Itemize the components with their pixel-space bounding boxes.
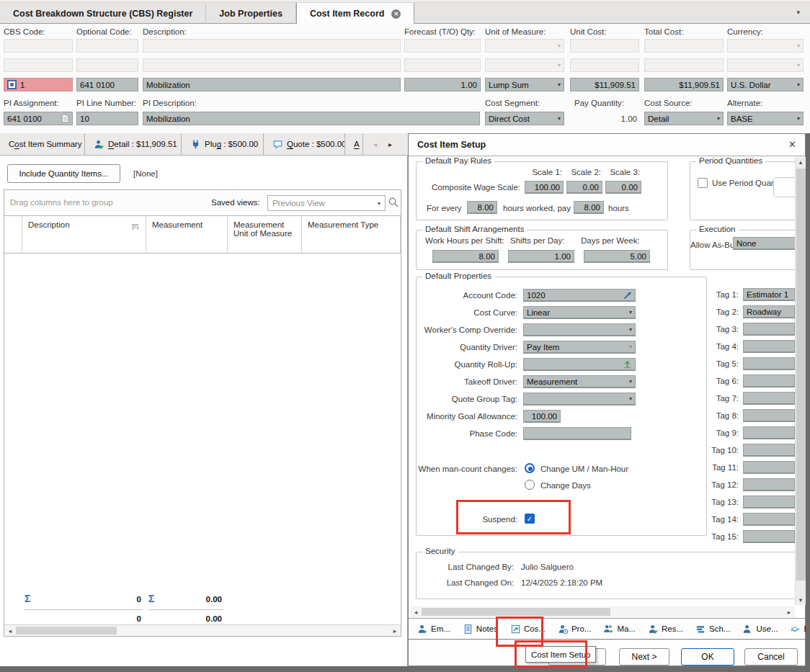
description-row1[interactable] [143, 39, 401, 53]
tag-7-field[interactable] [743, 392, 795, 405]
scrollbar-thumb[interactable] [422, 608, 610, 616]
sort-icon[interactable] [130, 222, 140, 231]
tag-4-field[interactable] [743, 340, 795, 353]
quantity-rollup-field[interactable] [523, 358, 636, 371]
pi-line-number-field[interactable]: 10 [76, 112, 138, 125]
bottom-tab-production[interactable]: Pro... [558, 624, 591, 635]
bottom-tab-schedule[interactable]: Sch... [695, 624, 730, 635]
days-per-week-field[interactable]: 5.00 [584, 250, 650, 263]
close-tab-icon[interactable]: ✕ [391, 9, 401, 19]
description-field[interactable]: Mobilization [143, 78, 401, 91]
takeoff-driver-dropdown[interactable]: Measurement▾ [523, 375, 636, 388]
bottom-tab-user[interactable]: Use... [742, 624, 778, 635]
search-icon[interactable] [388, 197, 399, 208]
cbs-code-field[interactable]: 1 [4, 78, 73, 91]
tag-2-field[interactable]: Roadway [743, 305, 795, 318]
tag-6-field[interactable] [743, 375, 795, 387]
group-by-bar[interactable]: Drag columns here to group Saved views: … [4, 190, 401, 216]
scrollbar-thumb[interactable] [796, 169, 806, 581]
unit-of-measure-dropdown[interactable]: Lump Sum▾ [485, 78, 564, 91]
account-code-field[interactable]: 1020 [523, 289, 636, 302]
total-cost-row2[interactable] [644, 58, 724, 72]
record-subtab-4[interactable]: Quote : $500.00 [264, 133, 345, 155]
window-tab-3[interactable]: Cost Item Record✕ [296, 3, 415, 24]
description-row2[interactable] [143, 58, 401, 72]
grid-column-header[interactable]: Measurement Type [302, 216, 401, 253]
forecast-qty-field[interactable]: 1.00 [404, 78, 481, 91]
ok-button[interactable]: OK [681, 648, 734, 666]
scroll-up-icon[interactable]: ▴ [796, 158, 806, 166]
currency-row1[interactable]: ▾ [727, 39, 804, 53]
setup-vscrollbar[interactable]: ▴ ▾ [795, 157, 806, 605]
bottom-tab-employee[interactable]: Em... [417, 624, 450, 635]
window-tab-2[interactable]: Job Properties [206, 3, 296, 24]
hours-worked-field[interactable]: 8.00 [467, 201, 497, 214]
account-picker-icon[interactable] [620, 291, 632, 300]
scroll-right-icon[interactable]: ▸ [389, 627, 401, 635]
forecast-qty-row1[interactable] [404, 39, 481, 53]
tag-5-field[interactable] [743, 357, 795, 370]
shifts-per-day-field[interactable]: 1.00 [508, 250, 574, 263]
scroll-right-icon[interactable]: ▸ [388, 140, 392, 148]
scrollbar-thumb[interactable] [16, 627, 117, 635]
setup-hscrollbar[interactable]: ◂ ▸ [410, 606, 795, 617]
tag-13-field[interactable] [743, 496, 795, 509]
scroll-left-icon[interactable]: ◂ [373, 140, 377, 148]
quantity-driver-dropdown[interactable]: Pay Item▾ [523, 341, 636, 354]
tag-10-field[interactable] [743, 444, 795, 457]
cancel-button[interactable]: Cancel [744, 648, 798, 666]
unit-of-measure-row1[interactable]: ▾ [485, 39, 564, 53]
currency-dropdown[interactable]: U.S. Dollar▾ [727, 78, 804, 91]
include-quantity-items-button[interactable]: Include Quantity Items... [7, 164, 120, 183]
pi-description-field[interactable]: Mobilization [143, 112, 480, 125]
chevron-down-icon[interactable]: ▾ [796, 9, 800, 16]
suspend-checkbox[interactable]: ✓ [525, 514, 535, 524]
unit-cost-row2[interactable] [570, 58, 639, 72]
grid-column-header[interactable]: Measurement Unit of Measure [228, 216, 302, 253]
tag-12-field[interactable] [743, 478, 795, 491]
tag-11-field[interactable] [743, 461, 795, 474]
scroll-down-icon[interactable]: ▾ [796, 596, 806, 604]
record-subtab-2[interactable]: Detail : $11,909.51 [85, 133, 182, 155]
work-hours-field[interactable]: 8.00 [432, 250, 499, 263]
bottom-tab-manage[interactable]: Ma... [603, 624, 636, 635]
scale2-field[interactable]: 0.00 [566, 181, 602, 194]
bottom-tab-resources[interactable]: Res... [648, 624, 683, 635]
scroll-right-icon[interactable]: ▸ [783, 609, 795, 616]
change-um-radio[interactable] [525, 463, 535, 473]
change-days-radio[interactable] [525, 480, 535, 490]
rollup-icon[interactable] [620, 359, 632, 369]
optional-code-field[interactable]: 641 0100 [76, 78, 138, 91]
pay-hours-field[interactable]: 8.00 [574, 201, 604, 214]
phase-code-field[interactable] [523, 427, 631, 440]
record-subtab-5[interactable]: A [345, 133, 363, 155]
cbs-code-row2[interactable] [4, 58, 73, 72]
tag-14-field[interactable] [743, 513, 795, 526]
tag-3-field[interactable] [743, 323, 795, 336]
record-subtab-3[interactable]: Plug : $500.00 [182, 133, 264, 155]
grid-column-header[interactable]: Measurement [146, 216, 228, 253]
total-cost-row1[interactable] [644, 39, 724, 53]
scale1-field[interactable]: 100.00 [525, 181, 564, 194]
bottom-tab-notes[interactable]: Notes [463, 624, 498, 635]
next-button[interactable]: Next > [619, 648, 669, 666]
currency-row2[interactable]: ▾ [727, 58, 804, 72]
grid-row-marker-column[interactable] [4, 216, 22, 253]
saved-views-dropdown[interactable]: Previous View▾ [267, 195, 386, 211]
cbs-code-row1[interactable] [4, 39, 73, 53]
scroll-left-icon[interactable]: ◂ [410, 609, 422, 616]
alternate-dropdown[interactable]: BASE▾ [727, 112, 804, 125]
unit-cost-field[interactable]: $11,909.51 [570, 78, 639, 91]
forecast-qty-row2[interactable] [404, 58, 481, 72]
window-tab-1[interactable]: Cost Breakdown Structure (CBS) Register [0, 3, 206, 24]
cost-source-dropdown[interactable]: Detail▾ [644, 112, 724, 125]
pi-assignment-field[interactable]: 641 0100 [4, 112, 73, 125]
cost-segment-dropdown[interactable]: Direct Cost▾ [485, 112, 564, 125]
bottom-tab-cost[interactable]: Cos... [510, 624, 546, 635]
tag-8-field[interactable] [743, 409, 795, 422]
use-period-quantities-checkbox[interactable] [698, 178, 708, 188]
grid-column-header[interactable]: Description [22, 216, 146, 253]
total-cost-field[interactable]: $11,909.51 [644, 78, 724, 91]
unit-cost-row1[interactable] [570, 39, 639, 53]
tag-15-field[interactable] [743, 530, 795, 543]
